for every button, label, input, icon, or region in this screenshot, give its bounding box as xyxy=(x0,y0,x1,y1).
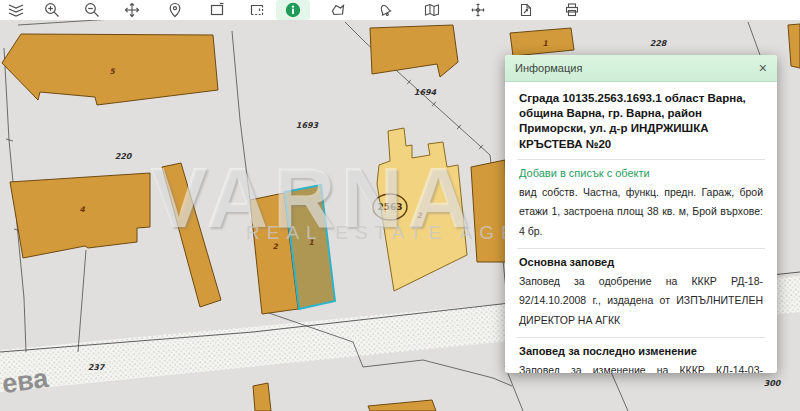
parcel-icon xyxy=(330,2,346,18)
info-button[interactable] xyxy=(285,2,301,18)
notifications-button[interactable] xyxy=(377,2,393,18)
zoom-in-button[interactable] xyxy=(44,2,60,18)
building-1-selected-label: 1 xyxy=(308,238,313,247)
zoom-out-icon xyxy=(84,2,100,18)
close-icon[interactable]: × xyxy=(759,61,767,75)
info-panel-title: Информация xyxy=(515,62,582,74)
parcel-228-label: 228 xyxy=(650,39,668,48)
building-2-light-label: 2 xyxy=(416,211,422,220)
pan-button[interactable] xyxy=(124,2,140,18)
divider xyxy=(517,337,765,338)
export-page-icon xyxy=(518,2,534,18)
parcel-220-label: 220 xyxy=(115,152,133,161)
location-pin-icon xyxy=(167,2,183,18)
building-bottom-left[interactable] xyxy=(253,383,271,411)
building-strip[interactable] xyxy=(162,163,221,307)
building-1-top-label: 1 xyxy=(542,39,547,48)
zoom-in-icon xyxy=(44,2,60,18)
parcel-1693-label: 1693 xyxy=(296,121,320,130)
building-top-dark[interactable] xyxy=(370,25,458,77)
previous-extent-icon xyxy=(249,2,265,18)
point-300-label: 300 xyxy=(764,379,782,388)
bell-icon xyxy=(377,2,393,18)
previous-extent-button[interactable] xyxy=(249,2,265,18)
last-change-order-title: Заповед за последно изменение xyxy=(519,345,763,357)
zoom-out-button[interactable] xyxy=(84,2,100,18)
building-4[interactable] xyxy=(10,173,150,258)
pan-icon xyxy=(124,2,140,18)
building-right-mid[interactable] xyxy=(471,160,508,262)
map-icon xyxy=(424,2,440,18)
road-point-237-label: 237 xyxy=(88,363,106,372)
map-sheets-button[interactable] xyxy=(424,2,440,18)
building-right-edge[interactable] xyxy=(788,24,800,68)
info-panel-body: Сграда 10135.2563.1693.1 област Варна, о… xyxy=(505,91,777,373)
locate-button[interactable] xyxy=(167,2,183,18)
cadastre-map-app: 2563 5 4 2 1 2 1 220 1693 1694 228 237 3… xyxy=(0,0,800,411)
map-toolbar xyxy=(0,0,800,20)
last-change-order-text: Заповед за изменение на КККР КД-14-03-19… xyxy=(519,361,763,373)
region-circle-label: 2563 xyxy=(377,202,402,212)
building-4-label: 4 xyxy=(79,205,85,214)
export-button[interactable] xyxy=(518,2,534,18)
main-order-text: Заповед за одобрение на КККР РД-18-92/14… xyxy=(519,272,763,330)
building-2-label: 2 xyxy=(272,242,278,251)
divider xyxy=(517,159,765,160)
building-bottom-center[interactable] xyxy=(368,400,436,411)
zoom-rectangle-button[interactable] xyxy=(209,2,225,18)
info-icon xyxy=(285,2,301,18)
main-order-title: Основна заповед xyxy=(519,256,763,268)
parcel-1694-label: 1694 xyxy=(414,88,437,97)
building-5-label: 5 xyxy=(109,67,115,76)
add-to-list-link[interactable]: Добави в списък с обекти xyxy=(519,167,763,179)
snap-button[interactable] xyxy=(470,2,486,18)
zoom-rectangle-icon xyxy=(209,2,225,18)
object-address: Сграда 10135.2563.1693.1 област Варна, о… xyxy=(519,91,763,152)
snap-crosshair-icon xyxy=(470,2,486,18)
print-button[interactable] xyxy=(564,2,580,18)
info-panel-header: Информация × xyxy=(505,55,777,82)
layers-icon xyxy=(8,2,24,18)
select-parcel-button[interactable] xyxy=(330,2,346,18)
info-panel: Информация × Сграда 10135.2563.1693.1 об… xyxy=(505,55,777,373)
print-icon xyxy=(564,2,580,18)
layers-button[interactable] xyxy=(8,2,24,18)
object-details: вид собств. Частна, функц. предн. Гараж,… xyxy=(519,183,763,241)
divider xyxy=(517,248,765,249)
